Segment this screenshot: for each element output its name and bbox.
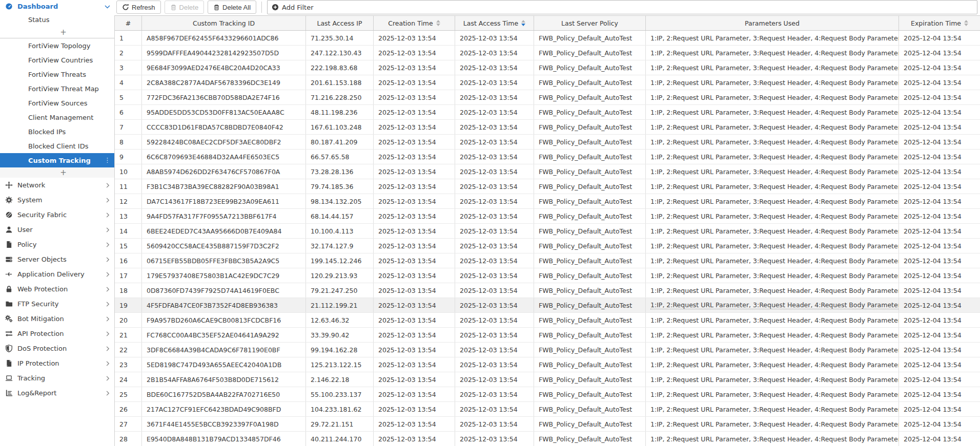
parameters-used-cell: 1:IP, 2:Request URL Parameter, 3:Request… <box>646 387 899 401</box>
sidebar-item-label: Blocked IPs <box>28 128 66 136</box>
chevron-right-icon[interactable] <box>105 331 111 337</box>
table-row[interactable]: 14 6BEE24EDED7C43AA95666D0B7E409A84 10.1… <box>115 224 980 239</box>
chevron-right-icon[interactable] <box>105 257 111 263</box>
last-access-time-cell: 2025-12-03 13:54 <box>455 387 534 401</box>
table-row[interactable]: 21 FC768CC00A4BC35EF52AE04641A9A292 33.3… <box>115 328 980 343</box>
table-row[interactable]: 17 179E57937408E75803B1AC42E9DC7C29 120.… <box>115 268 980 283</box>
sidebar-item-network[interactable]: Network <box>0 178 114 193</box>
table-row[interactable]: 3 9E684F3099AED2476E4BC20A4D20CA33 222.1… <box>115 60 980 75</box>
sidebar-item-blocked-ips[interactable]: Blocked IPs <box>0 124 114 139</box>
sidebar-item-dos-protection[interactable]: DoS Protection <box>0 341 114 356</box>
app-delivery-icon <box>5 270 14 278</box>
column-header-parameters-used[interactable]: Parameters Used <box>646 16 899 30</box>
sidebar-item-application-delivery[interactable]: Application Delivery <box>0 267 114 282</box>
column-header-last-access-time[interactable]: Last Access Time <box>455 16 534 30</box>
table-row[interactable]: 16 06715EFB55BDB05FFE3FBBC3B5A2A9C5 199.… <box>115 253 980 268</box>
sidebar-item-fortiview-threats[interactable]: FortiView Threats <box>0 67 114 81</box>
chevron-right-icon[interactable] <box>105 301 111 307</box>
table-row[interactable]: 2 9599DAFFFEA490442328142923507D5D 247.1… <box>115 46 980 60</box>
table-row[interactable]: 12 DA7C143617F18B723EE99B23A09EA611 98.1… <box>115 194 980 209</box>
chevron-right-icon[interactable] <box>105 212 111 218</box>
sidebar-item-log-report[interactable]: Log&Report <box>0 386 114 400</box>
table-row[interactable]: 8 59228424BC08AEC2CDF5DF3AEC80DBF2 80.18… <box>115 135 980 150</box>
last-access-time-cell: 2025-12-03 13:54 <box>455 224 534 238</box>
column-header-creation-time[interactable]: Creation Time <box>374 16 455 30</box>
sidebar-item-web-protection[interactable]: Web Protection <box>0 282 114 296</box>
column-header-last-access-ip[interactable]: Last Access IP <box>306 16 374 30</box>
table-row[interactable]: 10 A8AB5974D626DD2F63476CF570867F0A 73.2… <box>115 164 980 179</box>
table-row[interactable]: 27 3671F44E1455E5BCCB3923397F0A198D 29.7… <box>115 417 980 432</box>
last-access-ip-cell: 79.74.185.36 <box>306 179 374 194</box>
delete-button[interactable]: Delete <box>165 1 205 14</box>
sidebar-item-fortiview-countries[interactable]: FortiView Countries <box>0 53 114 67</box>
table-row[interactable]: 13 9A4FD57FA317F7F0955A7213BBF617F4 68.1… <box>115 209 980 224</box>
table-row[interactable]: 18 0D87360FD7439F7925D74A14619F0EBC 79.2… <box>115 283 980 298</box>
sidebar-item-label: Web Protection <box>17 285 68 293</box>
table-row[interactable]: 5 772FDC36FA2136CBB70D588DA2E74F16 71.21… <box>115 90 980 105</box>
table-row[interactable]: 20 F9A957BD260A6CAE9CB00813FCDCBF16 12.6… <box>115 313 980 328</box>
sidebar-item-item[interactable]: + <box>0 167 114 178</box>
table-row[interactable]: 19 4F5FDFAB47CE0F3B7352F4D8EB936383 21.1… <box>115 298 980 313</box>
table-row[interactable]: 23 5ED8198C747D493A655AEEC42040A1DB 125.… <box>115 357 980 372</box>
chevron-right-icon[interactable] <box>105 197 111 203</box>
table-row[interactable]: 1 A858F967DEF62455F6433296601ADC86 71.23… <box>115 31 980 46</box>
sidebar-item-fortiview-threat-map[interactable]: FortiView Threat Map <box>0 81 114 96</box>
refresh-button[interactable]: Refresh <box>116 1 161 14</box>
table-row[interactable]: 22 3DF8C6684A39B4CADA9C6F781190E0BF 99.1… <box>115 343 980 357</box>
sidebar-item-label: Dashboard <box>17 3 58 10</box>
sidebar-item-blocked-client-ids[interactable]: Blocked Client IDs <box>0 139 114 153</box>
sidebar-item-label: FortiView Topology <box>28 42 90 50</box>
sidebar-item-fortiview-sources[interactable]: FortiView Sources <box>0 96 114 110</box>
sidebar-item-dashboard[interactable]: Dashboard <box>0 0 114 13</box>
sidebar-item-fortiview-topology[interactable]: FortiView Topology <box>0 38 114 53</box>
sort-icon[interactable] <box>964 20 968 26</box>
sidebar-item-bot-mitigation[interactable]: Bot Mitigation <box>0 311 114 326</box>
sidebar-item-system[interactable]: System <box>0 193 114 207</box>
sidebar-item-api-protection[interactable]: API Protection <box>0 326 114 341</box>
table-row[interactable]: 24 2B1B54AFFA8A6764F503B8D0DE715612 2.14… <box>115 372 980 387</box>
table-row[interactable]: 7 CCCC83D1D61F8DA57C8BDBD7E0840F42 167.6… <box>115 120 980 135</box>
creation-time-cell: 2025-12-03 13:54 <box>374 194 455 208</box>
table-row[interactable]: 4 2C8A388C2877A4DAF56783396DC3E149 201.6… <box>115 75 980 90</box>
chevron-right-icon[interactable] <box>105 227 111 233</box>
sidebar-item-client-management[interactable]: Client Management <box>0 110 114 124</box>
table-row[interactable]: 6 95ADDE5DD53CD53D0FF813AC50EAAA8C 48.11… <box>115 105 980 120</box>
chevron-right-icon[interactable] <box>105 271 111 278</box>
column-header-custom-tracking-id[interactable]: Custom Tracking ID <box>142 16 306 30</box>
sort-icon[interactable] <box>521 20 525 26</box>
table-row[interactable]: 28 E9540D8A848B131B79ACD1334857DF46 40.2… <box>115 432 980 446</box>
sidebar-item-item[interactable]: + <box>0 27 114 38</box>
sidebar-item-ftp-security[interactable]: FTP Security <box>0 296 114 311</box>
chevron-down-icon[interactable] <box>104 3 111 10</box>
chevron-right-icon[interactable] <box>105 286 111 292</box>
chevron-right-icon[interactable] <box>105 390 111 396</box>
table-row[interactable]: 9 6C6C8709693E46884D32AA4FE6503EC5 66.57… <box>115 150 980 164</box>
column-header-item[interactable]: # <box>115 16 142 30</box>
table-row[interactable]: 25 BDE60C167752D5BA4AB22FA702716E50 55.1… <box>115 387 980 402</box>
table-row[interactable]: 11 F3B1C34B73BA39EC88282F90A03B98A1 79.7… <box>115 179 980 194</box>
column-header-last-server-policy[interactable]: Last Server Policy <box>534 16 646 30</box>
chevron-right-icon[interactable] <box>105 316 111 322</box>
filter-bar[interactable]: Add Filter <box>267 0 977 14</box>
sidebar-item-user[interactable]: User <box>0 222 114 237</box>
table-row[interactable]: 26 217AC127CF91EFC6423BDAD49C908BFD 104.… <box>115 402 980 417</box>
trash-icon <box>213 4 220 11</box>
chevron-right-icon[interactable] <box>105 346 111 352</box>
sort-icon[interactable] <box>436 20 440 26</box>
chevron-right-icon[interactable] <box>105 242 111 248</box>
kebab-icon[interactable] <box>104 157 111 164</box>
sidebar-item-ip-protection[interactable]: IP Protection <box>0 356 114 371</box>
column-header-expiration-time[interactable]: Expiration Time <box>899 16 980 30</box>
sidebar-item-custom-tracking[interactable]: Custom Tracking <box>0 153 114 167</box>
chevron-right-icon[interactable] <box>105 375 111 381</box>
sidebar-item-server-objects[interactable]: Server Objects <box>0 252 114 267</box>
chevron-right-icon[interactable] <box>105 360 111 367</box>
add-filter-button[interactable]: Add Filter <box>272 4 314 11</box>
sidebar-item-security-fabric[interactable]: Security Fabric <box>0 207 114 222</box>
delete-all-button[interactable]: Delete All <box>208 1 256 14</box>
chevron-right-icon[interactable] <box>105 182 111 188</box>
sidebar-item-status[interactable]: Status <box>0 13 114 27</box>
table-row[interactable]: 15 5609420CC58ACE435B887159F7D3C2F2 32.1… <box>115 239 980 253</box>
sidebar-item-tracking[interactable]: Tracking <box>0 371 114 386</box>
sidebar-item-policy[interactable]: Policy <box>0 237 114 252</box>
